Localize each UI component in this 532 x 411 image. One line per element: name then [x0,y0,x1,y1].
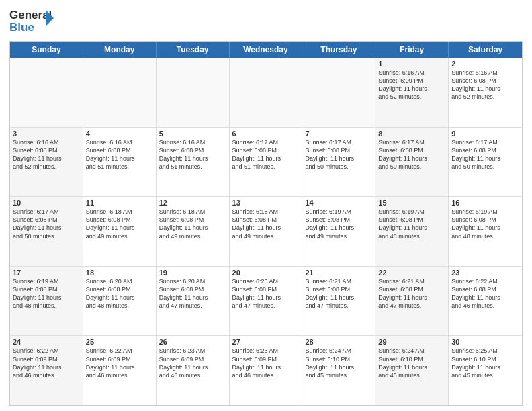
calendar-cell: 1Sunrise: 6:16 AM Sunset: 6:09 PM Daylig… [375,58,449,127]
calendar-cell: 17Sunrise: 6:19 AM Sunset: 6:08 PM Dayli… [10,267,83,336]
day-number: 2 [451,60,519,68]
day-number: 4 [86,130,153,138]
day-info: Sunrise: 6:24 AM Sunset: 6:10 PM Dayligh… [378,347,445,379]
day-header: Sunday [10,42,83,58]
day-info: Sunrise: 6:19 AM Sunset: 6:08 PM Dayligh… [451,208,519,240]
day-number: 14 [305,199,372,207]
day-number: 13 [232,199,300,207]
calendar-body: 1Sunrise: 6:16 AM Sunset: 6:09 PM Daylig… [10,58,522,405]
calendar-cell [83,58,157,127]
calendar-cell: 9Sunrise: 6:17 AM Sunset: 6:08 PM Daylig… [449,128,522,197]
day-info: Sunrise: 6:19 AM Sunset: 6:08 PM Dayligh… [305,208,372,240]
day-number: 27 [232,338,300,346]
calendar-cell: 24Sunrise: 6:22 AM Sunset: 6:09 PM Dayli… [10,336,83,405]
calendar-cell: 20Sunrise: 6:20 AM Sunset: 6:08 PM Dayli… [230,267,303,336]
calendar-cell: 21Sunrise: 6:21 AM Sunset: 6:08 PM Dayli… [302,267,375,336]
calendar-cell: 14Sunrise: 6:19 AM Sunset: 6:08 PM Dayli… [302,197,375,266]
calendar-cell [230,58,303,127]
svg-text:General: General [9,9,52,21]
calendar: SundayMondayTuesdayWednesdayThursdayFrid… [9,41,523,406]
day-info: Sunrise: 6:20 AM Sunset: 6:08 PM Dayligh… [159,277,226,310]
day-number: 20 [232,269,300,277]
day-info: Sunrise: 6:17 AM Sunset: 6:08 PM Dayligh… [451,138,519,171]
calendar-cell: 13Sunrise: 6:18 AM Sunset: 6:08 PM Dayli… [230,197,303,266]
day-number: 1 [378,60,445,68]
day-info: Sunrise: 6:18 AM Sunset: 6:08 PM Dayligh… [159,208,226,240]
page: GeneralBlue SundayMondayTuesdayWednesday… [0,0,532,411]
calendar-cell: 10Sunrise: 6:17 AM Sunset: 6:08 PM Dayli… [10,197,83,266]
day-number: 9 [451,130,519,138]
day-info: Sunrise: 6:16 AM Sunset: 6:08 PM Dayligh… [451,68,519,101]
day-number: 29 [378,338,445,346]
day-number: 21 [305,269,372,277]
calendar-week-row: 24Sunrise: 6:22 AM Sunset: 6:09 PM Dayli… [10,335,522,405]
calendar-cell: 3Sunrise: 6:16 AM Sunset: 6:08 PM Daylig… [10,128,83,197]
day-number: 6 [232,130,300,138]
calendar-cell: 19Sunrise: 6:20 AM Sunset: 6:08 PM Dayli… [157,267,230,336]
day-header: Tuesday [157,42,230,58]
day-info: Sunrise: 6:16 AM Sunset: 6:09 PM Dayligh… [378,68,445,101]
day-info: Sunrise: 6:19 AM Sunset: 6:08 PM Dayligh… [13,277,80,310]
logo-svg: GeneralBlue [9,7,63,37]
day-info: Sunrise: 6:23 AM Sunset: 6:09 PM Dayligh… [159,347,226,379]
day-info: Sunrise: 6:17 AM Sunset: 6:08 PM Dayligh… [13,208,80,240]
calendar-cell: 26Sunrise: 6:23 AM Sunset: 6:09 PM Dayli… [157,336,230,405]
calendar-week-row: 10Sunrise: 6:17 AM Sunset: 6:08 PM Dayli… [10,196,522,266]
day-info: Sunrise: 6:18 AM Sunset: 6:08 PM Dayligh… [232,208,300,240]
day-number: 17 [13,269,80,277]
calendar-cell: 23Sunrise: 6:22 AM Sunset: 6:08 PM Dayli… [449,267,522,336]
day-number: 10 [13,199,80,207]
calendar-cell: 8Sunrise: 6:17 AM Sunset: 6:08 PM Daylig… [375,128,449,197]
calendar-cell [157,58,230,127]
day-number: 30 [451,338,519,346]
day-number: 19 [159,269,226,277]
day-info: Sunrise: 6:16 AM Sunset: 6:08 PM Dayligh… [13,138,80,171]
day-number: 16 [451,199,519,207]
calendar-cell: 30Sunrise: 6:25 AM Sunset: 6:10 PM Dayli… [449,336,522,405]
day-number: 3 [13,130,80,138]
calendar-cell: 22Sunrise: 6:21 AM Sunset: 6:08 PM Dayli… [375,267,449,336]
day-number: 15 [378,199,445,207]
calendar-week-row: 1Sunrise: 6:16 AM Sunset: 6:09 PM Daylig… [10,58,522,127]
calendar-cell: 11Sunrise: 6:18 AM Sunset: 6:08 PM Dayli… [83,197,157,266]
day-header: Saturday [449,42,522,58]
day-number: 18 [86,269,153,277]
day-header: Thursday [302,42,375,58]
day-number: 23 [451,269,519,277]
svg-text:Blue: Blue [9,21,34,34]
day-header: Wednesday [230,42,303,58]
logo-area: GeneralBlue [9,7,63,37]
day-info: Sunrise: 6:20 AM Sunset: 6:08 PM Dayligh… [86,277,153,310]
header: GeneralBlue [9,7,523,37]
calendar-week-row: 3Sunrise: 6:16 AM Sunset: 6:08 PM Daylig… [10,127,522,197]
calendar-cell: 7Sunrise: 6:17 AM Sunset: 6:08 PM Daylig… [302,128,375,197]
calendar-cell [10,58,83,127]
calendar-week-row: 17Sunrise: 6:19 AM Sunset: 6:08 PM Dayli… [10,266,522,336]
calendar-header: SundayMondayTuesdayWednesdayThursdayFrid… [10,42,522,58]
day-info: Sunrise: 6:22 AM Sunset: 6:09 PM Dayligh… [86,347,153,379]
day-info: Sunrise: 6:17 AM Sunset: 6:08 PM Dayligh… [305,138,372,171]
calendar-cell: 5Sunrise: 6:16 AM Sunset: 6:08 PM Daylig… [157,128,230,197]
day-info: Sunrise: 6:16 AM Sunset: 6:08 PM Dayligh… [86,138,153,171]
calendar-cell: 27Sunrise: 6:23 AM Sunset: 6:09 PM Dayli… [230,336,303,405]
day-info: Sunrise: 6:21 AM Sunset: 6:08 PM Dayligh… [305,277,372,310]
day-info: Sunrise: 6:21 AM Sunset: 6:08 PM Dayligh… [378,277,445,310]
day-info: Sunrise: 6:25 AM Sunset: 6:10 PM Dayligh… [451,347,519,379]
calendar-cell: 12Sunrise: 6:18 AM Sunset: 6:08 PM Dayli… [157,197,230,266]
day-info: Sunrise: 6:22 AM Sunset: 6:09 PM Dayligh… [13,347,80,379]
day-number: 5 [159,130,226,138]
calendar-cell: 29Sunrise: 6:24 AM Sunset: 6:10 PM Dayli… [375,336,449,405]
calendar-cell [302,58,375,127]
day-number: 25 [86,338,153,346]
day-header: Monday [83,42,157,58]
day-info: Sunrise: 6:22 AM Sunset: 6:08 PM Dayligh… [451,277,519,310]
calendar-cell: 15Sunrise: 6:19 AM Sunset: 6:08 PM Dayli… [375,197,449,266]
calendar-cell: 25Sunrise: 6:22 AM Sunset: 6:09 PM Dayli… [83,336,157,405]
day-number: 26 [159,338,226,346]
day-info: Sunrise: 6:20 AM Sunset: 6:08 PM Dayligh… [232,277,300,310]
calendar-cell: 16Sunrise: 6:19 AM Sunset: 6:08 PM Dayli… [449,197,522,266]
day-number: 22 [378,269,445,277]
day-info: Sunrise: 6:17 AM Sunset: 6:08 PM Dayligh… [378,138,445,171]
day-number: 12 [159,199,226,207]
calendar-cell: 6Sunrise: 6:17 AM Sunset: 6:08 PM Daylig… [230,128,303,197]
